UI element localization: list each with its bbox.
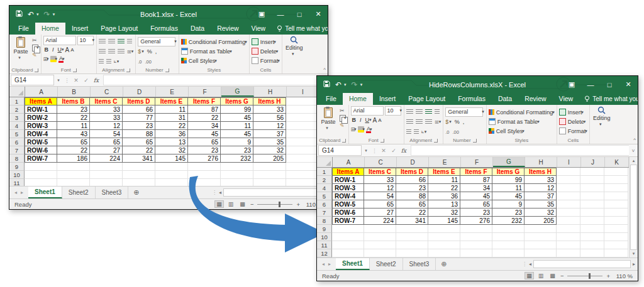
shrink-font-button[interactable]: A [378, 117, 381, 123]
row-header-6[interactable]: 6 [317, 200, 332, 208]
undo-dropdown-icon[interactable]: ▾ [36, 12, 39, 17]
cell[interactable] [286, 130, 319, 138]
cell[interactable] [428, 249, 460, 257]
value-cell[interactable]: 32 [253, 146, 286, 154]
cell[interactable] [396, 233, 428, 241]
cell[interactable] [123, 171, 155, 179]
sheet-tab-sheet3[interactable]: Sheet3 [403, 258, 436, 270]
column-header-H[interactable]: H [254, 87, 287, 97]
cell[interactable] [155, 163, 188, 171]
editing-button[interactable]: Editing ▾ [592, 106, 612, 127]
align-center-icon[interactable] [108, 49, 115, 55]
cell[interactable] [492, 225, 525, 233]
number-dialog-launcher[interactable] [165, 68, 169, 72]
column-header-K[interactable]: K [605, 157, 629, 167]
add-sheet-icon[interactable]: ⊕ [436, 258, 452, 270]
column-header-G[interactable]: G [493, 157, 525, 167]
value-cell[interactable]: 65 [57, 138, 90, 146]
cell[interactable] [428, 225, 460, 233]
row-label-cell[interactable]: ROW-2 [25, 114, 57, 122]
maximize-icon[interactable]: □ [290, 6, 309, 23]
row-label-cell[interactable]: ROW-5 [332, 200, 364, 208]
value-cell[interactable]: 23 [221, 146, 253, 154]
header-cell[interactable]: Items E [155, 97, 188, 106]
percent-format-icon[interactable]: % [147, 48, 152, 55]
value-cell[interactable]: 33 [253, 106, 286, 114]
name-box-dropdown-icon[interactable]: ▾ [362, 148, 370, 153]
column-header-A[interactable]: A [333, 157, 365, 167]
collapse-ribbon-icon[interactable]: ^ [323, 67, 326, 72]
row-label-cell[interactable]: ROW-7 [25, 154, 57, 163]
minimize-icon[interactable]: — [581, 76, 600, 93]
ribbon-tab-file[interactable]: File [319, 93, 343, 105]
delete-cells-button[interactable]: Delete ▾ [559, 117, 586, 126]
value-cell[interactable]: 276 [460, 217, 492, 225]
ribbon-tab-insert[interactable]: Insert [65, 23, 94, 35]
ribbon-tab-file[interactable]: File [12, 23, 35, 35]
value-cell[interactable]: 37 [525, 192, 557, 200]
row-label-cell[interactable]: ROW-7 [332, 217, 364, 225]
insert-cells-button[interactable]: Insert ▾ [252, 38, 276, 46]
column-header-D[interactable]: D [397, 157, 429, 167]
value-cell[interactable]: 12 [90, 122, 123, 130]
row-label-cell[interactable]: ROW-1 [332, 176, 364, 184]
font-size-select[interactable]: 10 [385, 106, 401, 116]
align-bottom-icon[interactable] [118, 39, 125, 45]
value-cell[interactable]: 45 [460, 192, 492, 200]
cancel-entry-icon[interactable]: ✕ [379, 148, 389, 154]
align-middle-icon[interactable] [416, 109, 423, 115]
row-header-3[interactable]: 3 [9, 114, 25, 122]
ribbon-tab-view[interactable]: View [245, 23, 272, 35]
undo-icon[interactable]: ↶ [28, 11, 34, 18]
cell[interactable] [604, 241, 628, 249]
value-cell[interactable]: 224 [364, 217, 396, 225]
cell[interactable] [428, 241, 460, 249]
value-cell[interactable]: 224 [90, 154, 123, 163]
format-painter-icon[interactable]: ✎ [340, 122, 347, 129]
header-cell[interactable]: Items F [188, 97, 221, 106]
percent-format-icon[interactable]: % [455, 119, 460, 125]
cell[interactable] [557, 192, 580, 200]
cell[interactable] [557, 249, 580, 257]
cell[interactable] [396, 225, 428, 233]
shrink-font-button[interactable]: A [70, 47, 74, 53]
name-box-dropdown-icon[interactable]: ▾ [54, 78, 63, 83]
italic-button[interactable]: I [51, 46, 55, 53]
value-cell[interactable]: 13 [428, 200, 460, 208]
cell[interactable] [57, 163, 90, 171]
row-label-cell[interactable]: ROW-6 [25, 146, 57, 154]
ribbon-display-options-icon[interactable]: ▣ [562, 76, 581, 93]
cell[interactable] [525, 233, 557, 241]
value-cell[interactable]: 45 [221, 114, 253, 122]
row-header-5[interactable]: 5 [317, 192, 332, 200]
value-cell[interactable]: 32 [428, 208, 460, 217]
value-cell[interactable]: 87 [460, 176, 492, 184]
header-cell[interactable]: Items F [460, 168, 492, 176]
paste-button[interactable]: Paste ▾ [11, 36, 30, 60]
column-header-B[interactable]: B [58, 87, 91, 97]
value-cell[interactable]: 23 [396, 184, 428, 192]
cancel-entry-icon[interactable]: ✕ [71, 77, 81, 84]
column-header-F[interactable]: F [189, 87, 221, 97]
copy-icon[interactable]: ▾ [32, 45, 39, 51]
vertical-scrollbar[interactable]: ▴ ▾ [629, 157, 638, 257]
editing-button[interactable]: Editing ▾ [284, 36, 304, 57]
value-cell[interactable]: 35 [253, 138, 286, 146]
row-label-cell[interactable]: ROW-5 [25, 138, 57, 146]
value-cell[interactable]: 65 [396, 200, 428, 208]
value-cell[interactable]: 65 [188, 138, 221, 146]
ribbon-tab-review[interactable]: Review [518, 93, 552, 105]
row-header-9[interactable]: 9 [9, 163, 25, 171]
redo-icon[interactable]: ↷ [352, 81, 358, 89]
value-cell[interactable]: 33 [525, 176, 557, 184]
header-cell[interactable]: Items C [364, 168, 396, 176]
cell[interactable] [286, 106, 319, 114]
value-cell[interactable]: 34 [188, 122, 221, 130]
cell[interactable] [428, 233, 460, 241]
value-cell[interactable]: 99 [492, 176, 525, 184]
row-header-6[interactable]: 6 [9, 138, 25, 146]
cell[interactable] [604, 200, 628, 208]
format-as-table-button[interactable]: Format as Table ▾ [489, 117, 540, 126]
row-header-8[interactable]: 8 [9, 154, 25, 163]
cut-icon[interactable]: ✂ [340, 107, 347, 114]
